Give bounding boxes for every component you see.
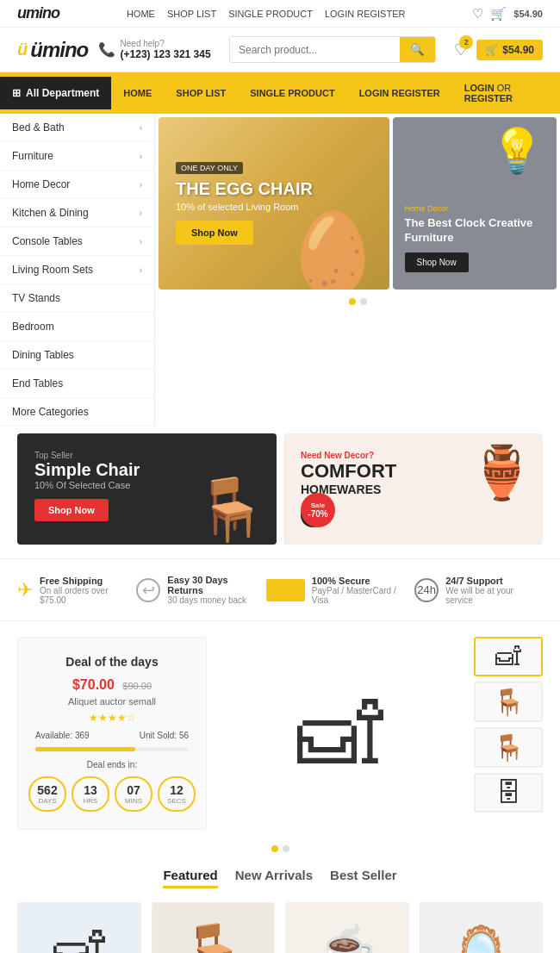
topbar-nav: HOME SHOP LIST SINGLE PRODUCT LOGIN REGI… <box>127 9 406 19</box>
topbar-nav-home[interactable]: HOME <box>127 9 155 19</box>
countdown-secs: 12 SECS <box>158 776 196 812</box>
topbar-heart-icon[interactable]: ♡ <box>472 6 483 22</box>
cart-price: $54.90 <box>502 44 534 56</box>
product-img-1: 🛋 <box>18 903 140 953</box>
all-dept-label: All Department <box>26 87 99 99</box>
feature-shipping-text: Free Shipping On all orders over $75.00 <box>40 576 136 605</box>
mins-label: MINS <box>123 797 144 805</box>
hero-side-banner: 💡 Home Decor The Best Clock Creative Fur… <box>393 117 557 290</box>
hero-badge: ONE DAY ONLY <box>176 162 243 174</box>
thumb-cabinet[interactable]: 🗄 <box>474 773 543 813</box>
hero-title: THE EGG CHAIR <box>176 179 372 198</box>
logo-icon: ü <box>17 40 27 59</box>
feature-sub: We will be at your service <box>445 586 543 605</box>
feature-returns: ↩ Easy 30 Days Returns 30 days money bac… <box>136 575 266 605</box>
all-department-btn[interactable]: ⊞ All Department <box>0 77 111 109</box>
deal-old-price: $90.00 <box>122 681 152 691</box>
nav-login-register[interactable]: LOGIN OR REGISTER <box>452 72 560 114</box>
thumb-sofa[interactable]: 🛋 <box>474 637 543 676</box>
top-bar: umino HOME SHOP LIST SINGLE PRODUCT LOGI… <box>0 0 560 28</box>
slider-dot-1[interactable] <box>349 298 356 305</box>
product-img-2: 🪑 <box>152 903 275 953</box>
nav-links: HOME SHOP LIST SINGLE PRODUCT LOGIN REGI… <box>111 78 451 109</box>
thumb-table[interactable]: 🪑 <box>474 682 543 722</box>
promo-small-label: Top Seller <box>34 451 259 460</box>
deal-section: Deal of the days $70.00 $90.00 Aliquet a… <box>0 628 560 838</box>
feature-secure-text: 100% Secure PayPal / MasterCard / Visa <box>312 576 414 605</box>
hero-side-btn[interactable]: Shop Now <box>405 252 469 272</box>
days-label: DAYS <box>37 797 58 805</box>
promo-shop-btn[interactable]: Shop Now <box>34 499 109 521</box>
topbar-nav-product[interactable]: SINGLE PRODUCT <box>228 9 313 19</box>
hero-shop-btn[interactable]: Shop Now <box>176 221 253 245</box>
search-input[interactable] <box>230 37 400 62</box>
tab-featured[interactable]: Featured <box>163 868 217 888</box>
promo-right-banner: Need New Decor? COMFORT HOMEWARES → Sale… <box>283 433 543 545</box>
chevron-icon: › <box>140 237 142 246</box>
search-icon: 🔍 <box>410 43 425 56</box>
chevron-icon: › <box>140 152 142 161</box>
sidebar-item-livingroom[interactable]: Living Room Sets› <box>0 256 154 284</box>
egg-chair-decoration: 🥚 <box>284 208 381 290</box>
chevron-icon: › <box>140 265 142 275</box>
sidebar-item-bedroom[interactable]: Bedroom <box>0 313 154 341</box>
feature-shipping: ✈ Free Shipping On all orders over $75.0… <box>17 575 136 605</box>
tab-bestseller[interactable]: Best Seller <box>330 868 397 888</box>
feature-sub: On all orders over $75.00 <box>40 586 136 605</box>
hero-side-label: Home Decor <box>405 204 545 213</box>
header-icons: ♡ 2 🛒 $54.90 <box>454 40 543 60</box>
sidebar-item-furniture[interactable]: Furniture› <box>0 142 154 171</box>
deal-current-price: $70.00 <box>72 677 115 692</box>
chevron-icon: › <box>140 123 142 133</box>
or-separator: OR <box>497 83 512 93</box>
nav-home[interactable]: HOME <box>111 78 164 109</box>
header-logo: üümino <box>17 38 88 62</box>
deal-dots <box>0 845 560 852</box>
deal-dot-1[interactable] <box>271 845 278 852</box>
nav-shoplist[interactable]: SHOP LIST <box>164 78 238 109</box>
header: üümino 📞 Need help? (+123) 123 321 345 🔍… <box>0 28 560 72</box>
wishlist-icon[interactable]: ♡ 2 <box>454 40 468 59</box>
hrs-label: HRS <box>80 797 101 805</box>
product-card-4: 🪞 $95.00 $100.00 Auctor gravida enimuctu… <box>420 902 544 953</box>
sidebar-item-homedecor[interactable]: Home Decor› <box>0 171 154 199</box>
sidebar-item-consoletables[interactable]: Console Tables› <box>0 227 154 256</box>
topbar-nav-login[interactable]: LOGIN REGISTER <box>325 9 406 19</box>
sidebar-item-kitchen[interactable]: Kitchen & Dining› <box>0 199 154 227</box>
nav-singleproduct[interactable]: SINGLE PRODUCT <box>238 78 346 109</box>
available-label: Available: 369 <box>35 731 90 740</box>
wishlist-badge: 2 <box>459 35 473 49</box>
phone-number: (+123) 123 321 345 <box>121 48 211 60</box>
sidebar-item-diningtables[interactable]: Dining Tables <box>0 341 154 370</box>
sale-badge: Sale -70% <box>301 493 335 527</box>
cart-button[interactable]: 🛒 $54.90 <box>476 40 543 60</box>
nav-loginregister[interactable]: LOGIN REGISTER <box>347 78 452 109</box>
sidebar-item-bedbath[interactable]: Bed & Bath› <box>0 114 154 142</box>
countdown: 562 DAYS 13 HRS 07 MINS 12 SECS <box>35 776 189 812</box>
topbar-logo: umino <box>17 4 59 22</box>
topbar-icons: ♡ 🛒 $54.90 <box>472 6 543 22</box>
product-card-3: ☕ $95.00 $100.00 Accumsan mauris ullaat … <box>285 902 409 953</box>
sale-label: Sale <box>311 501 325 509</box>
thumb-chair[interactable]: 🪑 <box>474 727 543 768</box>
countdown-days: 562 DAYS <box>28 776 66 812</box>
product-card-2: 🪑 $65.00 $88.00 Bibem lorem coectetur ★★… <box>152 902 276 953</box>
search-button[interactable]: 🔍 <box>400 37 435 62</box>
sidebar-item-morecategories[interactable]: More Categories <box>0 398 154 427</box>
sidebar-item-endtables[interactable]: End Tables <box>0 370 154 398</box>
sidebar-item-tvstands[interactable]: TV Stands <box>0 284 154 313</box>
lamp-decoration: 💡 <box>490 126 544 176</box>
login-label: LOGIN <box>464 83 495 93</box>
deal-progress-bar <box>35 747 189 751</box>
feature-sub: PayPal / MasterCard / Visa <box>312 586 414 605</box>
feature-title: 100% Secure <box>312 576 414 586</box>
tab-newarrivals[interactable]: New Arrivals <box>235 868 313 888</box>
features-bar: ✈ Free Shipping On all orders over $75.0… <box>0 558 560 621</box>
decor-items: 🏺 <box>470 442 534 503</box>
slider-dot-2[interactable] <box>360 298 367 305</box>
deal-ends: Deal ends in: <box>35 760 189 769</box>
topbar-nav-shoplist[interactable]: SHOP LIST <box>167 9 216 19</box>
topbar-cart-icon[interactable]: 🛒 <box>490 6 507 22</box>
deal-dot-2[interactable] <box>283 845 289 852</box>
chair-decoration: 🪑 <box>193 474 268 545</box>
